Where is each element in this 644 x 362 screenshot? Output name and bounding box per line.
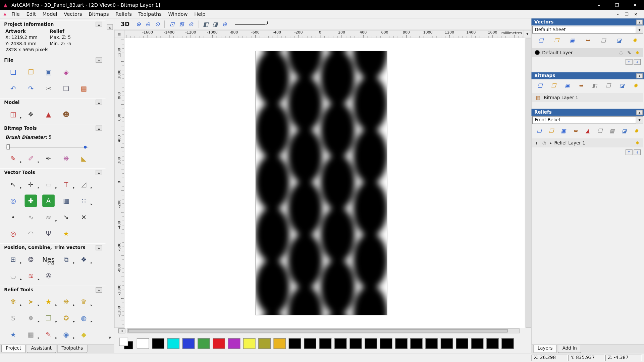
primary-secondary-colour-indicator[interactable] [119,337,134,350]
menu-item[interactable]: Window [165,10,191,18]
save-icon[interactable]: ▣ [42,66,55,78]
redo-icon[interactable]: ↷ [24,82,37,95]
colour-swatch[interactable] [228,338,240,349]
vector-sheet-icon[interactable]: ❑ [598,36,608,45]
relief-wizard-icon[interactable]: ▲ [583,126,592,135]
export-3d-icon[interactable]: ◈ [60,66,72,78]
primary-colour-swatch[interactable] [119,338,128,346]
rectangle-tool-icon[interactable]: ▭ [42,178,55,190]
save-relief-icon[interactable]: ▣ [558,126,568,135]
colour-swatch[interactable] [137,338,149,349]
plane-relief-icon[interactable]: ◆ [77,328,90,341]
mdi-restore-button[interactable]: ❐ [624,12,630,16]
crown-relief-icon[interactable]: ♛ [77,296,90,308]
colour-swatch[interactable] [410,338,423,349]
collapse-section-button[interactable]: ▲ [96,126,102,131]
paint-relief-icon[interactable]: ✎ [42,328,55,341]
trim-vectors-icon[interactable]: ✕ [77,211,90,223]
polyline-tool-icon[interactable]: ➘ [60,211,72,223]
paste-icon[interactable]: ▤ [77,82,90,95]
colour-swatch[interactable] [243,338,256,349]
flood-fill-icon[interactable]: ◣ [77,152,90,165]
star-relief-icon[interactable]: ★ [42,296,55,308]
abc-text-icon[interactable]: A [42,194,55,207]
zoom-previous-icon[interactable]: ⊘ [186,19,196,28]
menu-item[interactable]: File [8,10,23,18]
vector-layer-row[interactable]: Default Layer ◌✎✹ [532,48,643,57]
chevron-down-icon[interactable]: ▼ [636,117,643,124]
relief-selector[interactable]: Front Relief ▼ [532,116,643,124]
paint-selective-icon[interactable]: ✐ [24,152,37,165]
colour-swatch[interactable] [258,338,271,349]
ruler-options-button[interactable]: ▼ [524,30,531,38]
menu-item[interactable]: Bitmaps [86,10,112,18]
layer-visibility-icon[interactable]: ✹ [634,49,641,56]
colour-swatch[interactable] [441,338,453,349]
menu-item[interactable]: Help [191,10,209,18]
measure-tool-icon[interactable]: ◿ [77,178,90,190]
align-vectors-icon[interactable]: ⊞ [7,253,19,266]
maximize-button[interactable]: ❐ [608,0,626,10]
relief-layers-icon[interactable]: ❒ [42,312,55,324]
colour-swatch[interactable] [334,338,347,349]
shape-editor-icon[interactable]: ✾ [7,296,19,308]
create-point-icon[interactable]: • [7,211,19,223]
colour-swatch[interactable] [471,338,483,349]
edit-layer-icon[interactable]: ✎ [626,49,633,56]
panel-scroll-up-button[interactable]: ▲ [107,24,113,30]
zoom-in-icon[interactable]: ⊕ [133,19,143,28]
menu-item[interactable]: Model [39,10,61,18]
layer-visibility-icon[interactable]: ✹ [634,139,641,146]
colour-swatch[interactable] [350,338,362,349]
toggle-all-visibility-icon[interactable]: ✹ [631,81,640,90]
move-layer-up-button[interactable]: ↑ [626,149,633,155]
zoom-out-icon[interactable]: ⊖ [143,19,153,28]
toggle-all-visibility-icon[interactable]: ✹ [631,126,641,135]
import-bitmap-icon[interactable]: ➥ [576,81,586,90]
colour-swatch[interactable] [304,338,316,349]
merge-bitmaps-icon[interactable]: ❒ [603,81,613,90]
zoom-objects-icon[interactable]: ⊠ [177,19,186,28]
menu-item[interactable]: Toolpaths [135,10,165,18]
colour-swatch[interactable] [486,338,499,349]
open-vector-layer-icon[interactable]: ❐ [551,36,561,45]
weave-wizard-icon[interactable]: ❅ [24,312,37,324]
sheet-selector[interactable]: Default Sheet ▼ [532,26,643,34]
texture-weave-icon[interactable]: ▦ [24,328,37,341]
vector-texture-icon[interactable]: ≋ [24,269,37,282]
relief-sheets-icon[interactable]: ❒ [595,126,605,135]
cut-icon[interactable]: ✂ [42,82,55,95]
collapse-section-button[interactable]: ▲ [96,100,102,105]
face-wizard-icon[interactable]: ☻ [60,108,72,120]
left-panel-tab[interactable]: Assistant [26,345,56,353]
expander-icon[interactable]: ▸ [550,141,552,145]
ruler-corner-button[interactable]: ▦ [114,30,124,38]
layer-colour-swatch[interactable] [535,50,540,55]
colour-picker-icon[interactable]: ✒ [42,152,55,165]
text-tool-icon[interactable]: T [60,178,72,190]
horizontal-scrollbar-thumb[interactable] [128,329,508,333]
horizontal-scrollbar[interactable] [127,328,520,334]
collapse-section-button[interactable]: ▲ [96,57,102,63]
material-icon[interactable]: ❖ [24,108,37,120]
weld-vectors-icon[interactable]: ❖ [77,253,90,266]
previous-view-icon[interactable]: ◧ [201,19,210,28]
collapse-vectors-button[interactable]: ▲ [636,19,643,24]
colour-swatch[interactable] [198,338,210,349]
colour-swatch[interactable] [152,338,164,349]
import-vectors-icon[interactable]: ➥ [583,36,593,45]
relief-layer-row[interactable]: + ◔ ▸ Relief Layer 1 ✹ [532,138,643,147]
emboss-icon[interactable]: ✪ [60,312,72,324]
move-layer-up-button[interactable]: ↑ [626,59,633,65]
snapshot-icon[interactable]: ⊛ [220,19,229,28]
brush-diameter-slider[interactable] [6,144,100,149]
group-vectors-icon[interactable]: ⧉ [60,253,72,266]
colour-swatch[interactable] [182,338,195,349]
star-tool-icon[interactable]: ★ [60,227,72,240]
zoom-1to1-icon[interactable]: ⊙ [153,19,162,28]
panel-scroll-down-button[interactable]: ▼ [107,335,113,341]
delete-vector-layer-icon[interactable]: ◪ [614,36,624,45]
colour-swatch[interactable] [501,338,514,349]
extrude-icon[interactable]: ◎ [7,227,19,240]
view-3d-button[interactable]: 3D [120,21,133,27]
